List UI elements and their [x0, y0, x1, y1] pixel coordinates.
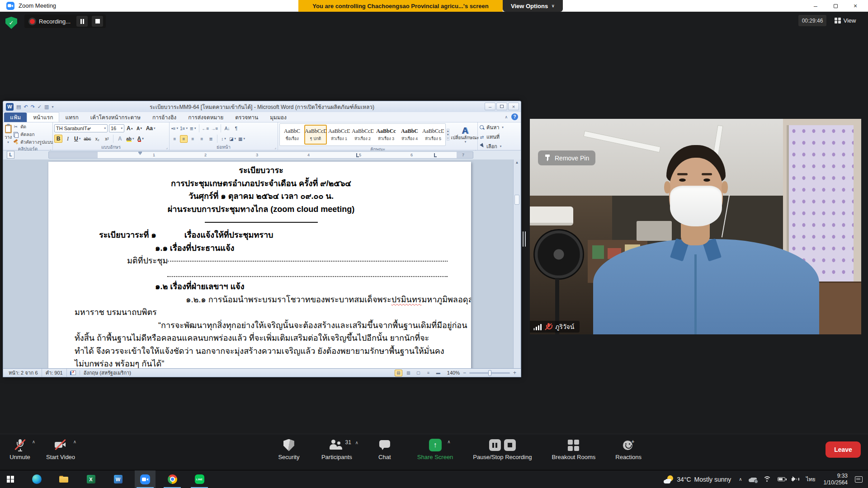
- pause-stop-recording-button[interactable]: Pause/Stop Recording: [473, 438, 532, 460]
- align-right-button[interactable]: ≡: [189, 135, 197, 143]
- document-page[interactable]: ระเบียบวาระ การประชุมเกษตรอำเภอประจำเดือ…: [48, 162, 471, 368]
- pause-recording-button[interactable]: [76, 16, 88, 27]
- bullets-button[interactable]: •≡▾: [171, 125, 179, 132]
- tab-page-layout[interactable]: เค้าโครงหน้ากระดาษ: [85, 113, 146, 122]
- subscript-button[interactable]: x₂: [93, 135, 101, 143]
- style-heading1[interactable]: AaBbCcDdหัวเรื่อง 1: [328, 125, 350, 145]
- taskbar-excel[interactable]: X: [80, 470, 101, 488]
- grow-font-button[interactable]: A▲: [126, 124, 134, 132]
- help-button[interactable]: ?: [511, 113, 518, 120]
- encryption-shield-icon[interactable]: ✓: [5, 17, 17, 29]
- style-heading4[interactable]: AaBbCหัวเรื่อง 4: [398, 125, 421, 145]
- battery-icon[interactable]: [774, 470, 788, 488]
- print-layout-view-button[interactable]: ▤: [395, 370, 402, 376]
- font-name-select[interactable]: TH SarabunIT๙▾: [54, 124, 108, 132]
- taskbar-chrome[interactable]: [162, 470, 183, 488]
- justify-button[interactable]: ≡: [198, 135, 206, 143]
- minimize-ribbon-button[interactable]: ∧: [505, 115, 508, 119]
- start-button[interactable]: [0, 470, 21, 488]
- decrease-indent-button[interactable]: ←≡: [202, 125, 209, 132]
- align-center-button[interactable]: ≡: [180, 135, 188, 143]
- tab-file[interactable]: แฟ้ม: [4, 113, 27, 122]
- find-button[interactable]: ค้นหา▾: [479, 123, 504, 131]
- select-button[interactable]: เลือก▾: [479, 142, 504, 150]
- taskbar-word[interactable]: W: [108, 470, 128, 488]
- close-button[interactable]: ×: [845, 0, 865, 12]
- style-heading3[interactable]: AaBbCcหัวเรื่อง 3: [375, 125, 397, 145]
- draft-view-button[interactable]: ▬: [434, 370, 442, 376]
- strikethrough-button[interactable]: abc: [83, 135, 92, 143]
- view-layout-button[interactable]: View: [831, 15, 859, 26]
- language-indicator[interactable]: อังกฤษ (สหรัฐอเมริกา): [80, 369, 135, 377]
- style-title[interactable]: AaBbCชื่อเรื่อง: [281, 125, 303, 145]
- horizontal-ruler[interactable]: 1 2 3 4 5 6 7: [48, 151, 473, 159]
- qat-more-button[interactable]: ▾: [52, 105, 53, 109]
- shrink-font-button[interactable]: A▼: [136, 124, 144, 132]
- tab-references[interactable]: การอ้างอิง: [146, 113, 182, 122]
- underline-button[interactable]: U▾: [73, 135, 81, 143]
- proofing-status[interactable]: [67, 371, 80, 375]
- style-heading2[interactable]: AaBbCcDdหัวเรื่อง 2: [351, 125, 374, 145]
- change-styles-button[interactable]: A เปลี่ยนลักษณะ ▾: [452, 126, 478, 144]
- shading-button[interactable]: ◪▾: [229, 135, 236, 143]
- replace-button[interactable]: ⇄แทนที่: [479, 133, 504, 141]
- zoom-slider[interactable]: [469, 372, 510, 374]
- borders-button[interactable]: ▦▾: [238, 135, 245, 143]
- tray-overflow-chevron[interactable]: ∧: [736, 470, 745, 488]
- vertical-scrollbar[interactable]: ▲: [513, 160, 520, 368]
- share-options-chevron[interactable]: ∧: [447, 439, 450, 444]
- style-normal[interactable]: AaBbCcDc¶ ปกติ: [304, 125, 327, 145]
- stop-recording-button[interactable]: [92, 16, 103, 27]
- tab-stop-marker[interactable]: [356, 153, 359, 157]
- word-titlebar[interactable]: W ▤ ↶ ↷ ✓ ▥ ▾ ระเบียบวาระMM9-64 [โหมดควา…: [3, 101, 521, 112]
- view-options-button[interactable]: View Options ∨: [503, 0, 563, 12]
- tab-insert[interactable]: แทรก: [59, 113, 84, 122]
- volume-icon[interactable]: [788, 470, 802, 488]
- bold-button[interactable]: B: [54, 135, 62, 143]
- distribute-button[interactable]: ≣: [207, 135, 215, 143]
- audio-options-chevron[interactable]: ∧: [32, 439, 35, 444]
- text-effects-button[interactable]: A: [116, 135, 124, 143]
- paste-button[interactable]: วาง ▾: [5, 125, 12, 144]
- change-case-button[interactable]: Aa▾: [145, 124, 156, 132]
- video-options-chevron[interactable]: ∧: [73, 439, 76, 444]
- panel-divider-handle[interactable]: [523, 231, 526, 247]
- word-close-button[interactable]: ×: [508, 103, 519, 110]
- taskbar-zoom[interactable]: [135, 470, 156, 488]
- tab-view[interactable]: มุมมอง: [264, 113, 292, 122]
- multilevel-list-button[interactable]: ≣▾: [189, 125, 197, 132]
- spelling-button[interactable]: ✓: [38, 104, 42, 110]
- onedrive-icon[interactable]: [745, 470, 760, 488]
- line-spacing-button[interactable]: ↕▾: [220, 135, 227, 143]
- tab-selector[interactable]: L: [7, 151, 14, 159]
- leave-button[interactable]: Leave: [826, 441, 861, 458]
- word-count[interactable]: คำ: 901: [42, 369, 67, 377]
- maximize-button[interactable]: [826, 0, 845, 12]
- outline-view-button[interactable]: ≡: [425, 370, 432, 376]
- tab-mailings[interactable]: การส่งจดหมาย: [182, 113, 229, 122]
- minimize-button[interactable]: –: [806, 0, 826, 12]
- participants-button[interactable]: 31 ∧ Participants: [321, 438, 352, 460]
- print-preview-button[interactable]: ▥: [44, 104, 49, 110]
- styles-expand[interactable]: ▿: [447, 136, 449, 140]
- copy-button[interactable]: คัดลอก: [13, 131, 53, 138]
- word-minimize-button[interactable]: –: [485, 103, 495, 110]
- font-size-select[interactable]: 16▾: [109, 124, 124, 132]
- increase-indent-button[interactable]: →≡: [211, 125, 218, 132]
- show-formatting-marks-button[interactable]: ¶: [232, 125, 240, 132]
- breakout-rooms-button[interactable]: Breakout Rooms: [552, 438, 595, 460]
- taskbar-clock[interactable]: 9:33 1/10/2564: [819, 473, 852, 486]
- zoom-level[interactable]: 140%: [447, 370, 460, 375]
- zoom-in-button[interactable]: +: [512, 370, 517, 376]
- keyboard-language[interactable]: ไทย: [802, 475, 819, 483]
- stop-recording-icon[interactable]: [504, 439, 516, 451]
- remove-pin-button[interactable]: Remove Pin: [538, 150, 595, 165]
- scroll-up-arrow[interactable]: ▲: [514, 160, 520, 164]
- style-heading5[interactable]: AaBbCcDหัวเรื่อง 5: [422, 125, 444, 145]
- zoom-out-button[interactable]: −: [462, 370, 467, 376]
- weather-widget[interactable]: 34°C Mostly sunny: [659, 470, 736, 488]
- undo-button[interactable]: ↶: [24, 104, 28, 110]
- styles-scroll-up[interactable]: ▴: [447, 129, 449, 133]
- word-restore-button[interactable]: [496, 103, 507, 110]
- save-button[interactable]: ▤: [16, 104, 21, 110]
